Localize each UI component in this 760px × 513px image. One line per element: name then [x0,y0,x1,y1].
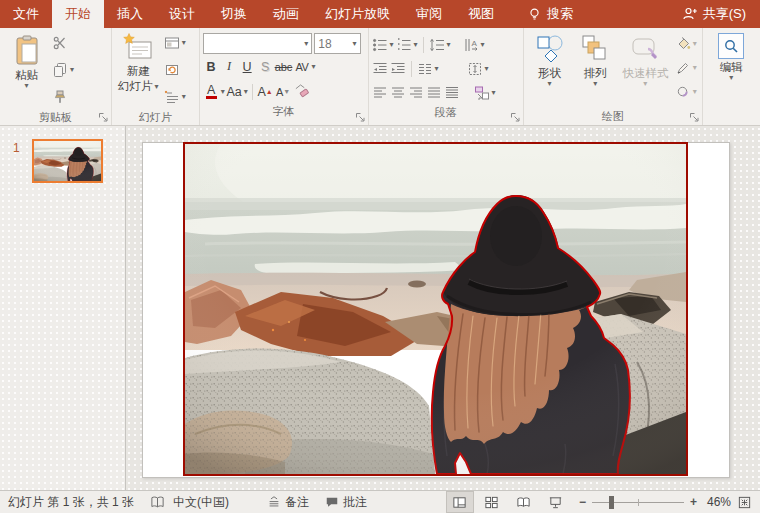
columns-icon [417,61,433,77]
svg-text:A: A [471,39,477,48]
increase-indent-button[interactable] [390,61,406,77]
powerpoint-window: 文件 开始 插入 设计 切换 动画 幻灯片放映 审阅 视图 搜索 共享(S) [0,0,760,513]
character-spacing-button[interactable]: AV [293,61,310,73]
bullets-caret[interactable]: ▾ [390,41,394,49]
font-dialog-launcher[interactable] [355,112,366,123]
paste-button[interactable]: 粘贴 ▾ [3,30,50,90]
tab-home[interactable]: 开始 [52,0,104,28]
comments-button[interactable]: 批注 [325,494,367,511]
line-spacing-button[interactable] [429,37,445,53]
zoom-slider[interactable] [592,492,684,512]
align-text-button[interactable] [467,61,483,77]
slide-sorter-view-button[interactable] [479,492,505,512]
shape-effects-button[interactable]: ▾ [675,83,697,101]
columns-caret[interactable]: ▾ [435,65,439,73]
change-case-button[interactable]: Aa [226,85,243,99]
new-slide-button[interactable]: 新建 幻灯片 ▾ [115,30,162,94]
tab-slideshow[interactable]: 幻灯片放映 [312,0,403,28]
normal-view-button[interactable] [447,492,473,512]
distribute-button[interactable] [444,85,460,101]
cut-button[interactable] [52,34,74,52]
comment-icon [325,495,339,509]
editing-button[interactable]: 编辑 ▾ [708,30,755,82]
quick-styles-button[interactable]: 快速样式 ▾ [618,30,673,88]
section-button[interactable]: ▾ [164,88,186,106]
copy-button[interactable]: ▾ [52,61,74,79]
drawing-dialog-launcher[interactable] [689,112,700,123]
paste-dropdown-caret[interactable]: ▾ [24,82,28,90]
tab-view[interactable]: 视图 [455,0,507,28]
strikethrough-button[interactable]: abc [275,61,293,73]
smartart-convert-button[interactable] [474,85,490,101]
paragraph-dialog-launcher[interactable] [510,112,521,123]
shape-fill-button[interactable]: ▾ [675,35,697,53]
smartart-caret[interactable]: ▾ [492,89,496,97]
zoom-in-button[interactable]: + [690,495,697,509]
align-right-button[interactable] [408,85,424,101]
font-color-caret[interactable]: ▾ [221,88,225,96]
shrink-font-button[interactable]: A▼ [275,86,292,98]
tab-review[interactable]: 审阅 [403,0,455,28]
line-spacing-caret[interactable]: ▾ [447,41,451,49]
bullets-button[interactable] [372,37,388,53]
change-case-caret[interactable]: ▾ [244,88,248,96]
tell-me-search[interactable]: 搜索 [527,0,573,28]
spellcheck-button[interactable] [150,495,165,510]
format-painter-button[interactable] [52,88,74,106]
editing-caret[interactable]: ▾ [729,74,733,82]
underline-button[interactable]: U [239,60,256,74]
numbering-caret[interactable]: ▾ [414,41,418,49]
columns-button[interactable] [417,61,433,77]
zoom-out-button[interactable]: − [579,495,586,509]
slide-canvas[interactable] [142,142,730,478]
zoom-slider-thumb[interactable] [609,496,614,509]
shapes-button[interactable]: 形状 ▾ [527,30,573,88]
italic-button[interactable]: I [221,59,238,74]
align-center-button[interactable] [390,85,406,101]
find-magnifier-icon [722,37,740,55]
align-text-caret[interactable]: ▾ [485,65,489,73]
new-slide-caret[interactable]: ▾ [154,83,158,91]
reading-view-button[interactable] [511,492,537,512]
text-shadow-button[interactable]: S [257,60,274,74]
font-name-combobox[interactable]: ▾ [203,33,313,54]
slideshow-view-button[interactable] [543,492,569,512]
decrease-indent-button[interactable] [372,61,388,77]
font-color-button[interactable]: A [203,84,220,99]
new-slide-icon [122,33,154,63]
shapes-caret[interactable]: ▾ [548,80,552,88]
slide-layout-button[interactable]: ▾ [164,34,186,52]
font-size-combobox[interactable]: 18▾ [314,33,360,54]
quick-styles-caret[interactable]: ▾ [643,80,647,88]
share-button[interactable]: 共享(S) [668,0,760,28]
shape-outline-button[interactable]: ▾ [675,59,697,77]
arrange-caret[interactable]: ▾ [593,80,597,88]
zoom-percentage[interactable]: 46% [697,495,731,509]
ribbon-tab-bar: 文件 开始 插入 设计 切换 动画 幻灯片放映 审阅 视图 搜索 共享(S) [0,0,760,28]
tab-insert[interactable]: 插入 [104,0,156,28]
notes-button[interactable]: 备注 [267,494,309,511]
numbering-button[interactable] [396,37,412,53]
fit-slide-button[interactable] [737,495,752,510]
justify-button[interactable] [426,85,442,101]
tab-transitions[interactable]: 切换 [208,0,260,28]
slide-thumbnail[interactable] [32,139,103,183]
copy-icon [52,62,68,78]
grow-font-button[interactable]: A▲ [257,85,274,99]
reset-slide-button[interactable] [164,61,186,79]
align-left-icon [372,85,388,101]
language-status[interactable]: 中文(中国) [173,494,229,511]
selected-picture[interactable] [183,142,688,476]
text-direction-button[interactable]: A [463,37,479,53]
tab-design[interactable]: 设计 [156,0,208,28]
character-spacing-caret[interactable]: ▾ [311,63,315,71]
clipboard-dialog-launcher[interactable] [98,112,109,123]
tab-file[interactable]: 文件 [0,0,52,28]
arrange-button[interactable]: 排列 ▾ [572,30,618,88]
text-direction-caret[interactable]: ▾ [481,41,485,49]
shape-outline-icon [675,60,691,76]
tab-animations[interactable]: 动画 [260,0,312,28]
clear-formatting-button[interactable] [293,84,310,99]
bold-button[interactable]: B [203,60,220,74]
align-left-button[interactable] [372,85,388,101]
